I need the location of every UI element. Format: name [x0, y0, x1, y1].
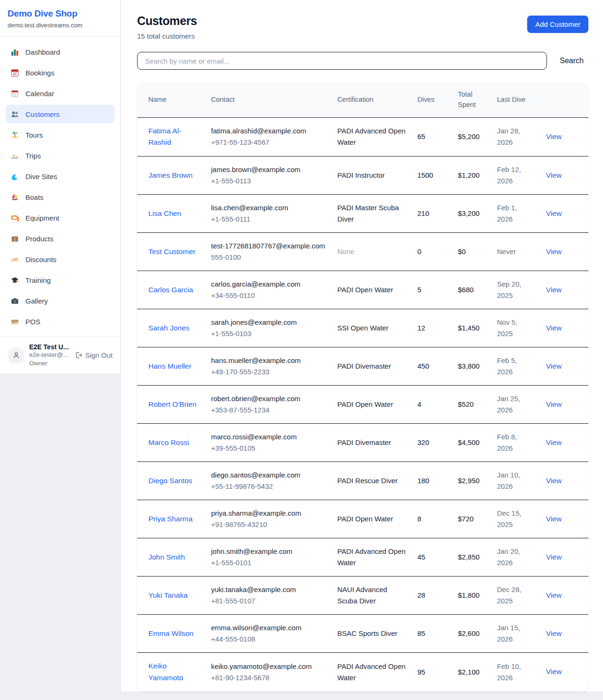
- sidebar-item-label: Gallery: [25, 297, 48, 305]
- sidebar-item-boats[interactable]: Boats: [6, 188, 114, 206]
- customer-name-link[interactable]: Marco Rossi: [137, 424, 205, 462]
- view-customer-link[interactable]: View: [546, 209, 562, 217]
- view-customer-link[interactable]: View: [546, 667, 562, 675]
- sidebar-item-label: Tours: [25, 131, 43, 139]
- view-customer-link[interactable]: View: [546, 362, 562, 370]
- customer-contact: priya.sharma@example.com+91-98765-43210: [205, 500, 332, 538]
- table-row: Diego Santosdiego.santos@example.com+55-…: [137, 462, 588, 500]
- table-row: John Smithjohn.smith@example.com+1-555-0…: [137, 538, 588, 576]
- user-email: e2e-tester@...: [29, 351, 70, 359]
- customer-dives: 1500: [412, 156, 452, 195]
- sidebar: Demo Dive Shop demo.test.divestreams.com…: [0, 0, 121, 374]
- view-customer-link[interactable]: View: [546, 438, 562, 446]
- sidebar-item-label: POS: [25, 318, 41, 326]
- customer-total-spent: $520: [452, 386, 491, 424]
- customer-last-dive: Jan 28, 2026: [491, 117, 540, 156]
- customer-total-spent: $1,800: [452, 576, 491, 615]
- sidebar-item-label: Boats: [25, 193, 43, 201]
- customer-name-link[interactable]: Priya Sharma: [137, 500, 205, 538]
- sidebar-item-bookings[interactable]: Bookings: [6, 63, 114, 82]
- customer-name-link[interactable]: Carlos Garcia: [137, 271, 205, 309]
- customer-name-link[interactable]: Lisa Chen: [137, 195, 205, 233]
- view-customer-link[interactable]: View: [546, 400, 562, 408]
- sidebar-item-customers[interactable]: Customers: [6, 105, 114, 124]
- customer-name-link[interactable]: Test Customer: [137, 233, 205, 271]
- customers-icon: [10, 110, 19, 119]
- sidebar-item-discounts[interactable]: Discounts: [6, 250, 114, 269]
- sidebar-item-training[interactable]: Training: [6, 271, 114, 289]
- search-input[interactable]: [137, 52, 547, 70]
- customer-dives: 320: [412, 424, 452, 462]
- sidebar-item-equipment[interactable]: Equipment: [6, 208, 114, 227]
- view-customer-link[interactable]: View: [546, 629, 562, 637]
- sidebar-item-label: Calendar: [25, 90, 54, 98]
- customer-name-link[interactable]: Robert O'Brien: [137, 386, 205, 424]
- customer-total-spent: $680: [452, 271, 491, 309]
- main-content: Customers 15 total customers Add Custome…: [121, 0, 603, 692]
- view-customer-link[interactable]: View: [546, 132, 562, 140]
- sign-out-button[interactable]: Sign Out: [74, 351, 113, 359]
- customer-last-dive: Nov 5, 2025: [491, 309, 540, 347]
- table-row: Hans Muellerhans.mueller@example.com+49-…: [137, 347, 588, 386]
- customer-last-dive: Never: [491, 233, 540, 271]
- boats-icon: [10, 193, 19, 202]
- view-customer-link[interactable]: View: [546, 515, 562, 523]
- view-customer-link[interactable]: View: [546, 286, 562, 294]
- customer-name-link[interactable]: Keiko Yamamoto: [137, 653, 205, 692]
- sidebar-item-dive-sites[interactable]: Dive Sites: [6, 167, 114, 186]
- customer-dives: 65: [412, 117, 452, 156]
- sidebar-item-products[interactable]: Products: [6, 229, 114, 248]
- view-customer-link[interactable]: View: [546, 477, 562, 485]
- customer-name-link[interactable]: Yuki Tanaka: [137, 576, 205, 615]
- customer-phone: +91-98765-43210: [211, 519, 326, 530]
- view-customer-link[interactable]: View: [546, 553, 562, 561]
- view-customer-link[interactable]: View: [546, 324, 562, 332]
- customer-certification: PADI Advanced Open Water: [332, 653, 412, 692]
- sidebar-item-calendar[interactable]: Calendar: [6, 84, 114, 103]
- calendar-icon: [10, 89, 19, 98]
- bookings-icon: [10, 68, 19, 77]
- col-last-dive: Last Dive: [491, 82, 540, 117]
- view-customer-link[interactable]: View: [546, 591, 562, 599]
- customer-name-link[interactable]: Hans Mueller: [137, 347, 205, 386]
- customer-name-link[interactable]: Emma Wilson: [137, 615, 205, 653]
- customer-contact: robert.obrien@example.com+353-87-555-123…: [205, 386, 332, 424]
- add-customer-button[interactable]: Add Customer: [527, 16, 588, 33]
- customer-name-link[interactable]: James Brown: [137, 156, 205, 195]
- trips-icon: [10, 151, 19, 160]
- customer-contact: hans.mueller@example.com+49-170-555-2233: [205, 347, 332, 386]
- brand[interactable]: Demo Dive Shop demo.test.divestreams.com: [0, 0, 120, 37]
- customer-name-link[interactable]: Fatima Al-Rashid: [137, 117, 205, 156]
- page-header: Customers 15 total customers Add Custome…: [137, 14, 588, 40]
- customer-name-link[interactable]: John Smith: [137, 538, 205, 576]
- sidebar-item-pos[interactable]: POS: [6, 312, 114, 331]
- sidebar-item-tours[interactable]: Tours: [6, 125, 114, 144]
- sidebar-item-label: Trips: [25, 152, 41, 160]
- customers-table: Name Contact Certification Dives Total S…: [137, 82, 588, 692]
- sidebar-item-label: Dashboard: [25, 48, 60, 56]
- customer-dives: 28: [412, 576, 452, 615]
- customer-name-link[interactable]: Sarah Jones: [137, 309, 205, 347]
- equipment-icon: [10, 214, 19, 222]
- view-customer-link[interactable]: View: [546, 171, 562, 179]
- customer-phone: +1-555-0113: [211, 175, 326, 187]
- customer-phone: +1-555-0111: [211, 214, 326, 225]
- customer-last-dive: Jan 20, 2026: [491, 538, 540, 576]
- search-button[interactable]: Search: [547, 57, 588, 65]
- customer-total-spent: $2,950: [452, 462, 491, 500]
- customer-name-link[interactable]: Diego Santos: [137, 462, 205, 500]
- customer-phone: +49-170-555-2233: [211, 366, 326, 378]
- customer-contact: lisa.chen@example.com+1-555-0111: [205, 195, 332, 233]
- table-header-row: Name Contact Certification Dives Total S…: [137, 82, 588, 117]
- sidebar-item-gallery[interactable]: Gallery: [6, 291, 114, 310]
- customer-contact: emma.wilson@example.com+44-555-0108: [205, 615, 332, 653]
- sidebar-item-label: Discounts: [25, 255, 57, 264]
- view-customer-link[interactable]: View: [546, 247, 562, 255]
- logout-icon: [74, 351, 82, 359]
- customer-dives: 5: [412, 271, 452, 309]
- sidebar-item-trips[interactable]: Trips: [6, 146, 114, 165]
- sidebar-item-dashboard[interactable]: Dashboard: [6, 42, 114, 61]
- customer-email: hans.mueller@example.com: [211, 355, 326, 366]
- customer-last-dive: Feb 1, 2026: [491, 195, 540, 233]
- customer-dives: 4: [412, 386, 452, 424]
